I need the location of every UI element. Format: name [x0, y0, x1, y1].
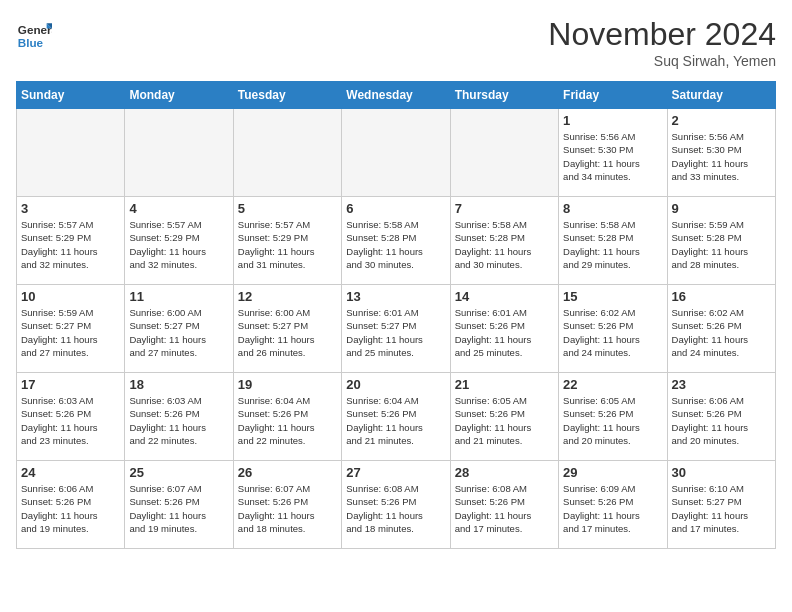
day-info: Sunrise: 5:59 AM Sunset: 5:28 PM Dayligh… — [672, 218, 771, 271]
day-info: Sunrise: 5:59 AM Sunset: 5:27 PM Dayligh… — [21, 306, 120, 359]
calendar-cell: 9Sunrise: 5:59 AM Sunset: 5:28 PM Daylig… — [667, 197, 775, 285]
day-info: Sunrise: 5:57 AM Sunset: 5:29 PM Dayligh… — [238, 218, 337, 271]
logo: General Blue — [16, 16, 52, 52]
calendar-cell: 4Sunrise: 5:57 AM Sunset: 5:29 PM Daylig… — [125, 197, 233, 285]
calendar-cell: 20Sunrise: 6:04 AM Sunset: 5:26 PM Dayli… — [342, 373, 450, 461]
day-info: Sunrise: 6:02 AM Sunset: 5:26 PM Dayligh… — [563, 306, 662, 359]
calendar-cell: 26Sunrise: 6:07 AM Sunset: 5:26 PM Dayli… — [233, 461, 341, 549]
calendar-cell: 18Sunrise: 6:03 AM Sunset: 5:26 PM Dayli… — [125, 373, 233, 461]
calendar-cell: 29Sunrise: 6:09 AM Sunset: 5:26 PM Dayli… — [559, 461, 667, 549]
calendar-table: SundayMondayTuesdayWednesdayThursdayFrid… — [16, 81, 776, 549]
location: Suq Sirwah, Yemen — [548, 53, 776, 69]
weekday-header-monday: Monday — [125, 82, 233, 109]
day-info: Sunrise: 6:03 AM Sunset: 5:26 PM Dayligh… — [129, 394, 228, 447]
day-info: Sunrise: 5:56 AM Sunset: 5:30 PM Dayligh… — [672, 130, 771, 183]
day-info: Sunrise: 6:05 AM Sunset: 5:26 PM Dayligh… — [455, 394, 554, 447]
day-number: 29 — [563, 465, 662, 480]
day-info: Sunrise: 6:06 AM Sunset: 5:26 PM Dayligh… — [672, 394, 771, 447]
day-info: Sunrise: 5:58 AM Sunset: 5:28 PM Dayligh… — [563, 218, 662, 271]
day-info: Sunrise: 6:09 AM Sunset: 5:26 PM Dayligh… — [563, 482, 662, 535]
day-number: 24 — [21, 465, 120, 480]
calendar-cell: 14Sunrise: 6:01 AM Sunset: 5:26 PM Dayli… — [450, 285, 558, 373]
title-block: November 2024 Suq Sirwah, Yemen — [548, 16, 776, 69]
day-info: Sunrise: 5:56 AM Sunset: 5:30 PM Dayligh… — [563, 130, 662, 183]
day-number: 10 — [21, 289, 120, 304]
day-number: 12 — [238, 289, 337, 304]
day-number: 9 — [672, 201, 771, 216]
svg-text:Blue: Blue — [18, 36, 44, 49]
day-number: 22 — [563, 377, 662, 392]
day-info: Sunrise: 6:10 AM Sunset: 5:27 PM Dayligh… — [672, 482, 771, 535]
day-info: Sunrise: 6:03 AM Sunset: 5:26 PM Dayligh… — [21, 394, 120, 447]
day-info: Sunrise: 6:04 AM Sunset: 5:26 PM Dayligh… — [238, 394, 337, 447]
day-info: Sunrise: 6:05 AM Sunset: 5:26 PM Dayligh… — [563, 394, 662, 447]
day-info: Sunrise: 6:04 AM Sunset: 5:26 PM Dayligh… — [346, 394, 445, 447]
week-row-2: 3Sunrise: 5:57 AM Sunset: 5:29 PM Daylig… — [17, 197, 776, 285]
day-number: 20 — [346, 377, 445, 392]
calendar-cell: 2Sunrise: 5:56 AM Sunset: 5:30 PM Daylig… — [667, 109, 775, 197]
day-number: 28 — [455, 465, 554, 480]
day-number: 1 — [563, 113, 662, 128]
day-number: 25 — [129, 465, 228, 480]
calendar-cell: 1Sunrise: 5:56 AM Sunset: 5:30 PM Daylig… — [559, 109, 667, 197]
day-number: 7 — [455, 201, 554, 216]
day-number: 19 — [238, 377, 337, 392]
logo-icon: General Blue — [16, 16, 52, 52]
day-info: Sunrise: 6:08 AM Sunset: 5:26 PM Dayligh… — [455, 482, 554, 535]
calendar-cell: 15Sunrise: 6:02 AM Sunset: 5:26 PM Dayli… — [559, 285, 667, 373]
day-number: 5 — [238, 201, 337, 216]
day-number: 4 — [129, 201, 228, 216]
calendar-cell: 8Sunrise: 5:58 AM Sunset: 5:28 PM Daylig… — [559, 197, 667, 285]
day-number: 23 — [672, 377, 771, 392]
calendar-cell: 12Sunrise: 6:00 AM Sunset: 5:27 PM Dayli… — [233, 285, 341, 373]
week-row-1: 1Sunrise: 5:56 AM Sunset: 5:30 PM Daylig… — [17, 109, 776, 197]
month-title: November 2024 — [548, 16, 776, 53]
calendar-cell — [450, 109, 558, 197]
day-info: Sunrise: 6:06 AM Sunset: 5:26 PM Dayligh… — [21, 482, 120, 535]
day-info: Sunrise: 6:07 AM Sunset: 5:26 PM Dayligh… — [129, 482, 228, 535]
calendar-cell: 27Sunrise: 6:08 AM Sunset: 5:26 PM Dayli… — [342, 461, 450, 549]
calendar-cell: 13Sunrise: 6:01 AM Sunset: 5:27 PM Dayli… — [342, 285, 450, 373]
day-number: 26 — [238, 465, 337, 480]
weekday-header-saturday: Saturday — [667, 82, 775, 109]
calendar-cell: 16Sunrise: 6:02 AM Sunset: 5:26 PM Dayli… — [667, 285, 775, 373]
day-number: 13 — [346, 289, 445, 304]
weekday-header-friday: Friday — [559, 82, 667, 109]
calendar-cell: 23Sunrise: 6:06 AM Sunset: 5:26 PM Dayli… — [667, 373, 775, 461]
week-row-4: 17Sunrise: 6:03 AM Sunset: 5:26 PM Dayli… — [17, 373, 776, 461]
day-info: Sunrise: 6:00 AM Sunset: 5:27 PM Dayligh… — [238, 306, 337, 359]
day-number: 11 — [129, 289, 228, 304]
calendar-cell: 22Sunrise: 6:05 AM Sunset: 5:26 PM Dayli… — [559, 373, 667, 461]
calendar-cell: 17Sunrise: 6:03 AM Sunset: 5:26 PM Dayli… — [17, 373, 125, 461]
week-row-5: 24Sunrise: 6:06 AM Sunset: 5:26 PM Dayli… — [17, 461, 776, 549]
day-info: Sunrise: 6:08 AM Sunset: 5:26 PM Dayligh… — [346, 482, 445, 535]
day-number: 15 — [563, 289, 662, 304]
weekday-header-thursday: Thursday — [450, 82, 558, 109]
day-number: 6 — [346, 201, 445, 216]
calendar-cell: 10Sunrise: 5:59 AM Sunset: 5:27 PM Dayli… — [17, 285, 125, 373]
weekday-header-tuesday: Tuesday — [233, 82, 341, 109]
day-number: 21 — [455, 377, 554, 392]
day-info: Sunrise: 6:02 AM Sunset: 5:26 PM Dayligh… — [672, 306, 771, 359]
day-number: 2 — [672, 113, 771, 128]
day-number: 8 — [563, 201, 662, 216]
calendar-cell: 28Sunrise: 6:08 AM Sunset: 5:26 PM Dayli… — [450, 461, 558, 549]
day-info: Sunrise: 5:58 AM Sunset: 5:28 PM Dayligh… — [455, 218, 554, 271]
day-info: Sunrise: 5:58 AM Sunset: 5:28 PM Dayligh… — [346, 218, 445, 271]
day-number: 14 — [455, 289, 554, 304]
calendar-cell: 3Sunrise: 5:57 AM Sunset: 5:29 PM Daylig… — [17, 197, 125, 285]
day-info: Sunrise: 6:00 AM Sunset: 5:27 PM Dayligh… — [129, 306, 228, 359]
weekday-header-sunday: Sunday — [17, 82, 125, 109]
day-info: Sunrise: 6:07 AM Sunset: 5:26 PM Dayligh… — [238, 482, 337, 535]
calendar-cell: 30Sunrise: 6:10 AM Sunset: 5:27 PM Dayli… — [667, 461, 775, 549]
calendar-cell: 6Sunrise: 5:58 AM Sunset: 5:28 PM Daylig… — [342, 197, 450, 285]
week-row-3: 10Sunrise: 5:59 AM Sunset: 5:27 PM Dayli… — [17, 285, 776, 373]
weekday-header-wednesday: Wednesday — [342, 82, 450, 109]
day-number: 16 — [672, 289, 771, 304]
calendar-cell: 11Sunrise: 6:00 AM Sunset: 5:27 PM Dayli… — [125, 285, 233, 373]
calendar-cell: 25Sunrise: 6:07 AM Sunset: 5:26 PM Dayli… — [125, 461, 233, 549]
day-number: 27 — [346, 465, 445, 480]
day-info: Sunrise: 5:57 AM Sunset: 5:29 PM Dayligh… — [129, 218, 228, 271]
day-number: 30 — [672, 465, 771, 480]
day-info: Sunrise: 6:01 AM Sunset: 5:27 PM Dayligh… — [346, 306, 445, 359]
